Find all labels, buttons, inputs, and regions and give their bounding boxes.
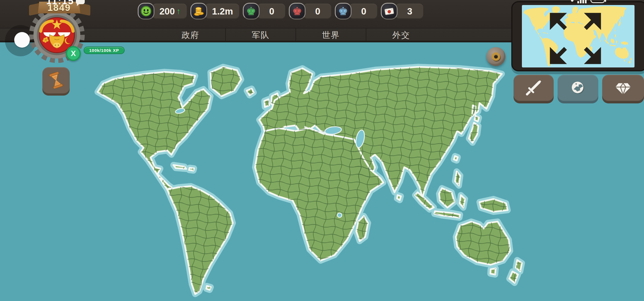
white-circle-button[interactable] (14, 32, 30, 48)
resource-manpower-blue[interactable]: ♚ 0 (335, 3, 377, 20)
war-button[interactable] (514, 75, 554, 101)
tab-world[interactable]: 世界 (296, 28, 366, 42)
resource-gold[interactable]: 1.2m (190, 3, 239, 20)
coins-icon (190, 3, 207, 20)
manpower-red-value: 0 (315, 6, 320, 17)
game-screen: 200 ↑ 1.2m (0, 0, 644, 301)
smiley-icon (138, 3, 154, 20)
happiness-value: 200 (159, 6, 175, 17)
globe-icon (569, 79, 587, 96)
manpower-green-value: 0 (269, 6, 274, 17)
king-blue-icon: ♚ (335, 3, 352, 20)
resource-messages[interactable]: 3 (381, 3, 423, 20)
resource-value-plate: 0 (257, 4, 285, 19)
resource-value-plate: 0 (349, 4, 377, 19)
level-button[interactable]: X (66, 46, 81, 61)
gold-value: 1.2m (212, 6, 233, 17)
main-tabs: 政府 军队 世界 外交 (156, 28, 436, 42)
chat-bubble-icon[interactable] (76, 0, 85, 4)
time-button[interactable] (42, 67, 70, 93)
up-arrow-icon: ↑ (176, 7, 181, 15)
hourglass-icon (48, 72, 64, 89)
premium-button[interactable] (602, 75, 644, 101)
device-status-bar (571, 0, 605, 3)
resource-value-plate: 0 (303, 4, 331, 19)
level-label: X (71, 49, 76, 58)
king-red-icon: ♚ (289, 3, 306, 20)
tab-government[interactable]: 政府 (156, 28, 225, 42)
resource-manpower-red[interactable]: ♚ 0 (289, 3, 331, 20)
world-view-button[interactable] (558, 75, 598, 101)
minimap-panel[interactable] (511, 1, 644, 71)
map-object-button[interactable] (486, 47, 505, 66)
resource-value-plate: 200 ↑ (152, 4, 187, 19)
minimap[interactable] (522, 5, 635, 67)
tab-army[interactable]: 军队 (225, 28, 296, 42)
xp-label: 100k/100k XP (89, 48, 119, 53)
resource-bar: 200 ↑ 1.2m (138, 3, 423, 20)
envelope-icon (381, 3, 398, 20)
manpower-blue-value: 0 (361, 6, 366, 17)
xp-badge: 100k/100k XP (84, 47, 125, 54)
resource-value-plate: 1.2m (205, 4, 239, 19)
sword-icon (525, 79, 543, 97)
king-green-icon: ♚ (243, 3, 260, 20)
resource-value-plate: 3 (395, 4, 423, 19)
signal-bars-icon (577, 0, 587, 3)
messages-value: 3 (407, 6, 412, 17)
game-clock: 11:15 (41, 0, 79, 6)
resource-manpower-green[interactable]: ♚ 0 (243, 3, 285, 20)
gear-icon (492, 52, 500, 61)
tab-diplomacy[interactable]: 外交 (366, 28, 436, 42)
battery-icon (590, 0, 605, 3)
expand-icon[interactable] (522, 7, 632, 67)
resource-happiness[interactable]: 200 ↑ (138, 3, 187, 20)
diamond-icon (614, 79, 632, 96)
notification-dot-icon (571, 0, 573, 2)
